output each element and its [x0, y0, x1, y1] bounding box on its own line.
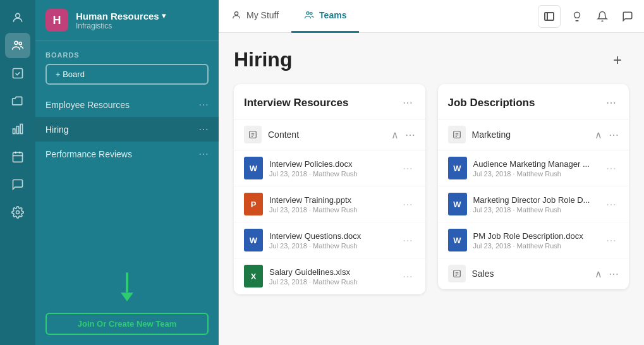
svg-point-10 [307, 12, 309, 15]
file-more-icon[interactable]: ⋯ [400, 232, 415, 249]
workspace-sub: Infragistics [76, 21, 209, 30]
svg-point-1 [15, 41, 18, 44]
file-more-icon[interactable]: ⋯ [400, 268, 415, 285]
tasks-icon[interactable] [5, 61, 30, 86]
marketing-section-toggle-icon[interactable]: ∧ [595, 129, 602, 141]
svg-rect-5 [16, 126, 18, 134]
file-meta: Jul 23, 2018 · Matthew Rush [473, 170, 598, 178]
file-salary-guidelines[interactable]: X Salary Guidelines.xlsx Jul 23, 2018 · … [234, 258, 425, 294]
marketing-section-label: Marketing [472, 130, 589, 140]
file-info: Interview Policies.docx Jul 23, 2018 · M… [269, 159, 394, 178]
file-word-icon: W [448, 193, 467, 215]
workspace-avatar: H [46, 9, 68, 32]
file-name: Marketing Director Job Role D... [473, 195, 598, 205]
sidebar-footer: Join Or Create New Team [35, 262, 219, 345]
file-name: Salary Guidelines.xlsx [269, 267, 394, 277]
sales-section-header: Sales ∧ ⋯ [438, 258, 629, 289]
file-audience-marketing-manager[interactable]: W Audience Marketing Manager ... Jul 23,… [438, 150, 629, 186]
workspace-name[interactable]: Human Resources ▾ [76, 11, 209, 21]
file-word-icon: W [448, 229, 467, 251]
file-word-icon: W [244, 229, 263, 251]
file-interview-training[interactable]: P Interview Training.pptx Jul 23, 2018 ·… [234, 186, 425, 222]
my-stuff-tab-icon [231, 10, 241, 20]
add-board-button[interactable]: + Board [46, 64, 209, 85]
content-section-toggle-icon[interactable]: ∧ [391, 129, 399, 141]
job-descriptions-title: Job Descriptions [448, 97, 535, 109]
sidebar-header: H Human Resources ▾ Infragistics [35, 0, 219, 41]
boards-label: BOARDS [35, 41, 219, 64]
svg-point-0 [16, 13, 20, 18]
sidebar-item-performance-reviews[interactable]: Performance Reviews ⋯ [35, 142, 219, 166]
file-more-icon[interactable]: ⋯ [604, 160, 619, 177]
hiring-more-icon[interactable]: ⋯ [198, 123, 209, 135]
svg-point-9 [234, 12, 238, 15]
chat-icon-button[interactable] [616, 5, 639, 28]
file-pm-job-role[interactable]: W PM Job Role Description.docx Jul 23, 2… [438, 222, 629, 258]
svg-point-11 [310, 13, 312, 15]
messages-icon[interactable] [5, 172, 30, 197]
file-ppt-icon: P [244, 193, 263, 215]
marketing-section-more-icon[interactable]: ⋯ [609, 129, 619, 141]
sales-section-more-icon[interactable]: ⋯ [609, 268, 619, 280]
top-nav: My Stuff Teams [219, 0, 644, 33]
chart-icon[interactable] [5, 116, 30, 142]
file-meta: Jul 23, 2018 · Matthew Rush [473, 206, 598, 214]
file-more-icon[interactable]: ⋯ [400, 160, 415, 177]
sidebar-item-hiring[interactable]: Hiring ⋯ [35, 117, 219, 142]
svg-point-2 [19, 42, 21, 45]
file-name: Interview Training.pptx [269, 195, 394, 205]
icon-bar [0, 0, 35, 345]
teams-tab-icon [304, 10, 314, 20]
sidebar-toggle-button[interactable] [538, 5, 561, 28]
file-more-icon[interactable]: ⋯ [604, 232, 619, 249]
svg-rect-4 [13, 129, 15, 134]
svg-rect-12 [545, 13, 554, 20]
job-descriptions-more-icon[interactable]: ⋯ [604, 94, 619, 111]
content-section-icon [244, 126, 262, 143]
content-section-header: Content ∧ ⋯ [234, 119, 425, 150]
interview-resources-card: Interview Resources ⋯ Content ∧ ⋯ W [234, 84, 425, 294]
file-interview-questions[interactable]: W Interview Questions.docx Jul 23, 2018 … [234, 222, 425, 258]
employee-resources-more-icon[interactable]: ⋯ [198, 99, 209, 111]
file-interview-policies[interactable]: W Interview Policies.docx Jul 23, 2018 ·… [234, 150, 425, 186]
main-area: My Stuff Teams [219, 0, 644, 345]
teams-icon[interactable] [5, 33, 30, 58]
sales-section-label: Sales [472, 269, 589, 279]
sales-section-icon [448, 265, 466, 282]
svg-rect-7 [13, 152, 23, 162]
file-meta: Jul 23, 2018 · Matthew Rush [269, 206, 394, 214]
file-meta: Jul 23, 2018 · Matthew Rush [269, 242, 394, 250]
file-meta: Jul 23, 2018 · Matthew Rush [269, 170, 394, 178]
file-info: Audience Marketing Manager ... Jul 23, 2… [473, 159, 598, 178]
settings-icon[interactable] [5, 200, 30, 225]
job-descriptions-header: Job Descriptions ⋯ [438, 84, 629, 119]
marketing-section-header: Marketing ∧ ⋯ [438, 119, 629, 150]
file-more-icon[interactable]: ⋯ [604, 196, 619, 213]
file-name: Interview Policies.docx [269, 159, 394, 169]
file-info: Marketing Director Job Role D... Jul 23,… [473, 195, 598, 214]
interview-resources-more-icon[interactable]: ⋯ [400, 94, 415, 111]
file-info: Salary Guidelines.xlsx Jul 23, 2018 · Ma… [269, 267, 394, 286]
calendar-icon[interactable] [5, 144, 30, 169]
file-name: Interview Questions.docx [269, 231, 394, 241]
tab-teams[interactable]: Teams [291, 0, 359, 33]
sidebar: H Human Resources ▾ Infragistics BOARDS … [35, 0, 219, 345]
performance-reviews-more-icon[interactable]: ⋯ [198, 148, 209, 160]
file-name: PM Job Role Description.docx [473, 231, 598, 241]
sidebar-item-employee-resources[interactable]: Employee Resources ⋯ [35, 92, 219, 117]
folder-icon[interactable] [5, 88, 30, 114]
content-header: Hiring + [234, 48, 629, 71]
bell-icon-button[interactable] [591, 5, 614, 28]
content-section-more-icon[interactable]: ⋯ [405, 129, 415, 141]
file-marketing-director[interactable]: W Marketing Director Job Role D... Jul 2… [438, 186, 629, 222]
file-excel-icon: X [244, 265, 263, 288]
my-stuff-icon[interactable] [5, 5, 30, 30]
file-more-icon[interactable]: ⋯ [400, 196, 415, 213]
file-meta: Jul 23, 2018 · Matthew Rush [269, 278, 394, 286]
join-create-team-button[interactable]: Join Or Create New Team [46, 313, 209, 335]
add-board-section-button[interactable]: + [606, 49, 629, 71]
sales-section-toggle-icon[interactable]: ∧ [595, 268, 602, 280]
file-word-icon: W [244, 157, 263, 179]
lightbulb-icon-button[interactable] [566, 5, 588, 28]
tab-my-stuff[interactable]: My Stuff [219, 0, 291, 33]
